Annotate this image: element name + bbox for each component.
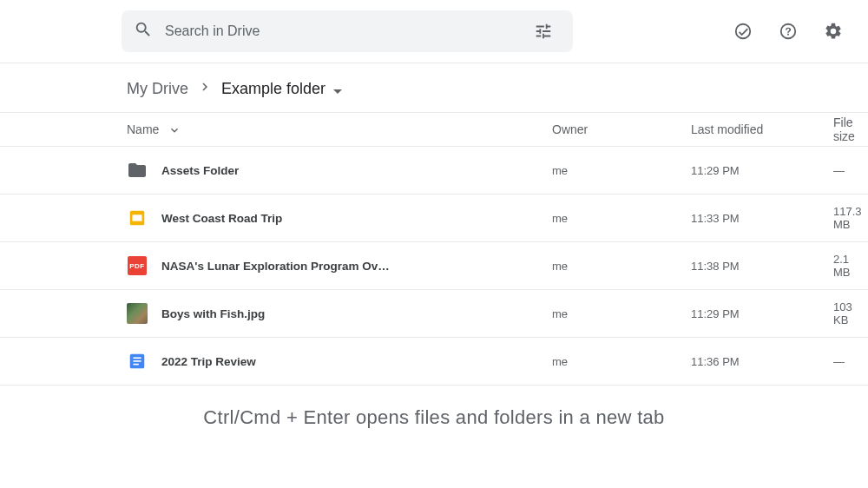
table-row[interactable]: Assets Folder me 11:29 PM —: [0, 147, 868, 195]
slides-icon: [127, 208, 148, 228]
col-modified[interactable]: Last modified: [691, 122, 833, 136]
col-size[interactable]: File size: [833, 115, 855, 143]
file-size: 103 KB: [833, 300, 852, 326]
offline-ready-icon[interactable]: [726, 14, 760, 49]
file-name: Assets Folder: [161, 164, 239, 177]
file-modified: 11:29 PM: [691, 164, 833, 177]
svg-rect-1: [133, 214, 142, 221]
chevron-right-icon: [197, 79, 213, 98]
pdf-icon: PDF: [127, 255, 148, 276]
table-row[interactable]: West Coast Road Trip me 11:33 PM 117.3 M…: [0, 195, 868, 242]
table-row[interactable]: PDF NASA's Lunar Exploration Program Ov……: [0, 242, 868, 290]
table-row[interactable]: 2022 Trip Review me 11:36 PM —: [0, 338, 868, 386]
svg-rect-3: [133, 357, 141, 359]
file-name: 2022 Trip Review: [161, 355, 256, 368]
file-modified: 11:36 PM: [691, 355, 833, 368]
help-icon[interactable]: [771, 14, 806, 49]
file-modified: 11:38 PM: [691, 260, 833, 273]
topbar: [0, 0, 868, 63]
search-options-icon[interactable]: [526, 14, 561, 49]
file-owner: me: [552, 355, 691, 368]
caret-down-icon: [333, 89, 342, 94]
image-thumbnail-icon: [127, 303, 148, 324]
col-owner[interactable]: Owner: [552, 122, 691, 136]
breadcrumb-parent[interactable]: My Drive: [127, 80, 188, 98]
column-headers: Name Owner Last modified File size: [0, 112, 868, 147]
sort-arrow-down-icon: [168, 122, 181, 138]
breadcrumb-current[interactable]: Example folder: [221, 80, 342, 98]
file-modified: 11:29 PM: [691, 307, 833, 320]
svg-rect-5: [133, 364, 138, 366]
breadcrumb: My Drive Example folder: [0, 63, 868, 112]
svg-rect-4: [133, 360, 141, 362]
file-owner: me: [552, 164, 691, 177]
docs-icon: [127, 351, 148, 372]
file-owner: me: [552, 260, 691, 273]
keyboard-tip: Ctrl/Cmd + Enter opens files and folders…: [0, 386, 868, 450]
breadcrumb-current-label: Example folder: [221, 80, 326, 97]
search-icon: [134, 20, 153, 43]
col-name-label: Name: [127, 122, 159, 136]
file-name: NASA's Lunar Exploration Program Ov…: [161, 260, 390, 273]
file-owner: me: [552, 307, 691, 320]
file-modified: 11:33 PM: [691, 212, 833, 225]
search-box[interactable]: [122, 10, 573, 52]
file-name: Boys with Fish.jpg: [161, 307, 265, 320]
col-name[interactable]: Name: [127, 122, 552, 138]
folder-icon: [127, 160, 148, 181]
file-size: 117.3 MB: [833, 205, 862, 231]
file-size: —: [833, 164, 851, 177]
file-list: Name Owner Last modified File size Asset…: [0, 112, 868, 386]
table-row[interactable]: Boys with Fish.jpg me 11:29 PM 103 KB: [0, 290, 868, 338]
search-input[interactable]: [165, 23, 514, 39]
file-owner: me: [552, 212, 691, 225]
file-size: 2.1 MB: [833, 253, 851, 279]
file-name: West Coast Road Trip: [161, 212, 282, 225]
file-size: —: [833, 355, 851, 368]
settings-icon[interactable]: [816, 14, 851, 49]
